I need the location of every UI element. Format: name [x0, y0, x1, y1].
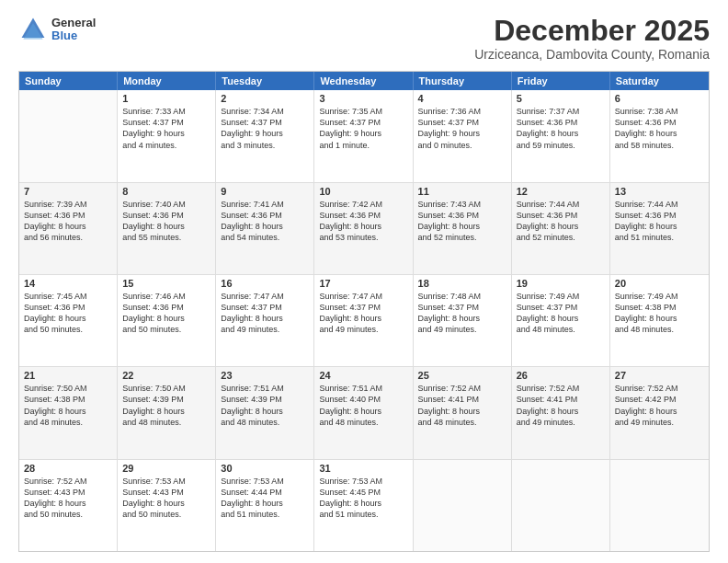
cell-content: Sunset: 4:37 PM — [319, 302, 407, 313]
cell-content: Sunrise: 7:40 AM — [122, 199, 210, 210]
day-number: 15 — [122, 278, 210, 289]
calendar-cell: 7Sunrise: 7:39 AMSunset: 4:36 PMDaylight… — [19, 183, 118, 274]
cell-content: Sunrise: 7:52 AM — [517, 383, 605, 394]
cell-content: Sunrise: 7:39 AM — [24, 199, 112, 210]
day-number: 24 — [319, 370, 407, 381]
cell-content: Daylight: 8 hours — [615, 313, 704, 324]
calendar-cell: 2Sunrise: 7:34 AMSunset: 4:37 PMDaylight… — [216, 90, 314, 181]
cell-content: Daylight: 8 hours — [418, 406, 506, 417]
calendar-header-cell: Thursday — [414, 72, 512, 90]
cell-content: and 56 minutes. — [24, 232, 112, 243]
calendar-header-cell: Wednesday — [314, 72, 413, 90]
cell-content: and 48 minutes. — [418, 417, 506, 428]
cell-content: Sunset: 4:38 PM — [24, 394, 112, 405]
cell-content: Sunset: 4:44 PM — [221, 487, 309, 498]
cell-content: Sunrise: 7:48 AM — [418, 291, 506, 302]
calendar-cell: 8Sunrise: 7:40 AMSunset: 4:36 PMDaylight… — [118, 183, 216, 274]
cell-content: Sunset: 4:45 PM — [319, 487, 407, 498]
calendar-cell: 9Sunrise: 7:41 AMSunset: 4:36 PMDaylight… — [216, 183, 314, 274]
cell-content: Sunset: 4:37 PM — [319, 117, 407, 128]
calendar-cell: 25Sunrise: 7:52 AMSunset: 4:41 PMDayligh… — [414, 367, 512, 458]
cell-content: Sunset: 4:36 PM — [319, 210, 407, 221]
day-number: 26 — [517, 370, 605, 381]
calendar-header-cell: Tuesday — [216, 72, 314, 90]
calendar-header-cell: Friday — [512, 72, 610, 90]
cell-content: Sunset: 4:37 PM — [122, 117, 210, 128]
cell-content: Daylight: 8 hours — [122, 313, 210, 324]
cell-content: and 49 minutes. — [221, 324, 309, 335]
cell-content: and 49 minutes. — [319, 324, 407, 335]
cell-content: Daylight: 9 hours — [221, 128, 309, 139]
cell-content: Sunrise: 7:49 AM — [615, 291, 704, 302]
logo-general-label: General — [51, 17, 96, 29]
cell-content: Daylight: 8 hours — [221, 406, 309, 417]
cell-content: Daylight: 8 hours — [517, 313, 605, 324]
cell-content: Sunrise: 7:41 AM — [221, 199, 309, 210]
cell-content: and 50 minutes. — [122, 324, 210, 335]
subtitle: Urziceanca, Dambovita County, Romania — [474, 47, 710, 62]
day-number: 18 — [418, 278, 506, 289]
cell-content: Sunset: 4:36 PM — [122, 302, 210, 313]
cell-content: Sunrise: 7:52 AM — [418, 383, 506, 394]
calendar-header-cell: Saturday — [610, 72, 709, 90]
cell-content: Sunrise: 7:38 AM — [615, 106, 704, 117]
header: General Blue December 2025 Urziceanca, D… — [18, 15, 710, 62]
calendar-body: 1Sunrise: 7:33 AMSunset: 4:37 PMDaylight… — [19, 90, 709, 551]
cell-content: Sunrise: 7:50 AM — [122, 383, 210, 394]
cell-content: Daylight: 8 hours — [319, 221, 407, 232]
calendar-header-cell: Sunday — [19, 72, 118, 90]
day-number: 11 — [418, 186, 506, 197]
cell-content: and 48 minutes. — [122, 417, 210, 428]
main-title: December 2025 — [474, 15, 710, 47]
cell-content: Daylight: 8 hours — [221, 221, 309, 232]
day-number: 7 — [24, 186, 112, 197]
cell-content: and 55 minutes. — [122, 232, 210, 243]
cell-content: Sunset: 4:36 PM — [615, 210, 704, 221]
calendar-cell: 13Sunrise: 7:44 AMSunset: 4:36 PMDayligh… — [610, 183, 709, 274]
cell-content: Sunset: 4:36 PM — [24, 302, 112, 313]
cell-content: and 50 minutes. — [24, 509, 112, 520]
day-number: 8 — [122, 186, 210, 197]
cell-content: Daylight: 8 hours — [24, 313, 112, 324]
day-number: 28 — [24, 463, 112, 474]
cell-content: Daylight: 8 hours — [24, 498, 112, 509]
cell-content: Sunrise: 7:45 AM — [24, 291, 112, 302]
cell-content: Sunrise: 7:42 AM — [319, 199, 407, 210]
calendar-cell — [512, 460, 610, 551]
calendar-week-row: 21Sunrise: 7:50 AMSunset: 4:38 PMDayligh… — [19, 367, 709, 459]
calendar-cell — [19, 90, 118, 181]
day-number: 17 — [319, 278, 407, 289]
calendar-week-row: 7Sunrise: 7:39 AMSunset: 4:36 PMDaylight… — [19, 183, 709, 275]
cell-content: and 48 minutes. — [615, 324, 704, 335]
cell-content: Sunrise: 7:44 AM — [615, 199, 704, 210]
calendar-cell: 19Sunrise: 7:49 AMSunset: 4:37 PMDayligh… — [512, 275, 610, 366]
day-number: 20 — [615, 278, 704, 289]
cell-content: Sunset: 4:39 PM — [122, 394, 210, 405]
calendar-cell: 15Sunrise: 7:46 AMSunset: 4:36 PMDayligh… — [118, 275, 216, 366]
calendar-cell: 6Sunrise: 7:38 AMSunset: 4:36 PMDaylight… — [610, 90, 709, 181]
calendar-cell: 5Sunrise: 7:37 AMSunset: 4:36 PMDaylight… — [512, 90, 610, 181]
calendar-cell: 31Sunrise: 7:53 AMSunset: 4:45 PMDayligh… — [314, 460, 413, 551]
calendar-week-row: 28Sunrise: 7:52 AMSunset: 4:43 PMDayligh… — [19, 460, 709, 551]
cell-content: Daylight: 8 hours — [517, 221, 605, 232]
cell-content: Sunrise: 7:52 AM — [615, 383, 704, 394]
cell-content: Daylight: 8 hours — [122, 406, 210, 417]
calendar-cell: 14Sunrise: 7:45 AMSunset: 4:36 PMDayligh… — [19, 275, 118, 366]
cell-content: Daylight: 8 hours — [221, 498, 309, 509]
calendar-cell: 28Sunrise: 7:52 AMSunset: 4:43 PMDayligh… — [19, 460, 118, 551]
cell-content: Sunset: 4:36 PM — [221, 210, 309, 221]
cell-content: and 59 minutes. — [517, 140, 605, 151]
calendar-cell — [414, 460, 512, 551]
cell-content: Sunrise: 7:34 AM — [221, 106, 309, 117]
day-number: 4 — [418, 93, 506, 104]
calendar-header-row: SundayMondayTuesdayWednesdayThursdayFrid… — [19, 72, 709, 90]
day-number: 5 — [517, 93, 605, 104]
cell-content: and 50 minutes. — [122, 509, 210, 520]
cell-content: Sunset: 4:40 PM — [319, 394, 407, 405]
calendar-cell: 21Sunrise: 7:50 AMSunset: 4:38 PMDayligh… — [19, 367, 118, 458]
calendar-cell: 3Sunrise: 7:35 AMSunset: 4:37 PMDaylight… — [314, 90, 413, 181]
day-number: 3 — [319, 93, 407, 104]
cell-content: Daylight: 8 hours — [319, 313, 407, 324]
calendar-cell: 29Sunrise: 7:53 AMSunset: 4:43 PMDayligh… — [118, 460, 216, 551]
day-number: 29 — [122, 463, 210, 474]
